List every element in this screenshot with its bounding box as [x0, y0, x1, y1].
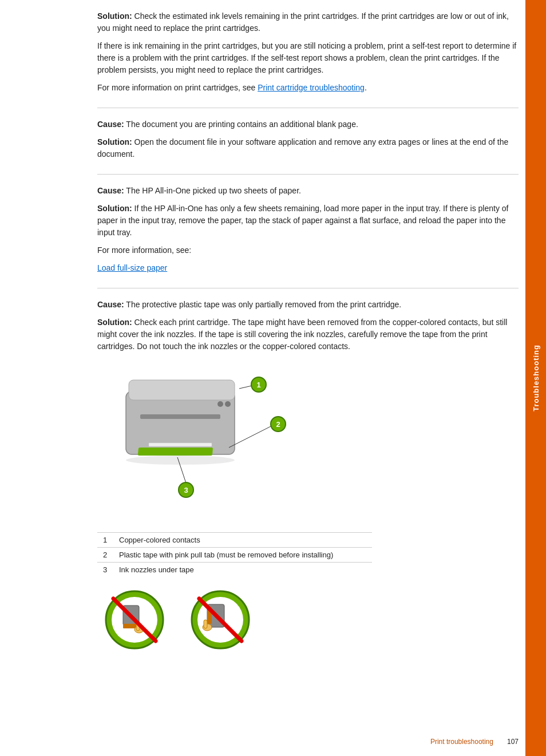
normal-para-1: If there is ink remaining in the print c… [97, 40, 519, 76]
figure-area: 1 2 3 1Copper-colored contacts2 [97, 363, 519, 651]
footer: Print troubleshooting 107 [430, 738, 519, 746]
link-prefix-1: For more information on print cartridges… [97, 83, 258, 92]
svg-text:3: 3 [184, 486, 188, 494]
load-full-size-paper-link[interactable]: Load full-size paper [97, 263, 167, 272]
solution-para-1: Solution: Check the estimated ink levels… [97, 10, 519, 34]
svg-point-3 [217, 401, 223, 407]
footer-link[interactable]: Print troubleshooting [430, 738, 493, 746]
cause-para-3: Cause: The HP All-in-One picked up two s… [97, 185, 519, 197]
solution-text-3: If the HP All-in-One has only a few shee… [97, 204, 509, 237]
legend-row: 3Ink nozzles under tape [97, 563, 372, 577]
solution-text-2: Open the document file in your software … [97, 137, 508, 159]
legend-table: 1Copper-colored contacts2Plastic tape wi… [97, 532, 372, 577]
link-para-1: For more information on print cartridges… [97, 82, 519, 94]
solution-label-1: Solution: [97, 11, 132, 21]
link-suffix-1: . [365, 83, 367, 92]
solution-label-3: Solution: [97, 204, 132, 213]
more-info-text-3: For more information, see: [97, 244, 519, 256]
svg-line-7 [239, 386, 252, 389]
legend-row: 2Plastic tape with pink pull tab (must b… [97, 548, 372, 563]
cause-para-4: Cause: The protective plastic tape was o… [97, 299, 519, 311]
svg-rect-29 [204, 620, 207, 628]
solution-text-1: Check the estimated ink levels remaining… [97, 11, 509, 33]
svg-point-16 [126, 456, 235, 465]
cause-label-3: Cause: [97, 186, 124, 195]
icons-row [103, 588, 252, 651]
solution-text-4: Check each print cartridge. The tape mig… [97, 318, 507, 351]
section-3: Cause: The HP All-in-One picked up two s… [97, 174, 519, 288]
solution-para-2: Solution: Open the document file in your… [97, 136, 519, 160]
solution-label-4: Solution: [97, 318, 132, 327]
svg-rect-1 [129, 380, 235, 400]
sidebar-label-text: Troubleshooting [532, 345, 540, 411]
no-touch-contacts-icon [189, 588, 252, 651]
cause-text-4: The protective plastic tape was only par… [124, 300, 402, 309]
svg-rect-6 [149, 443, 212, 446]
no-touch-nozzles-icon [103, 588, 166, 651]
section-2: Cause: The document you are printing con… [97, 108, 519, 174]
printer-diagram: 1 2 3 [97, 363, 292, 523]
load-paper-link: Load full-size paper [97, 262, 519, 274]
section-1: Solution: Check the estimated ink levels… [97, 10, 519, 108]
cause-para-2: Cause: The document you are printing con… [97, 118, 519, 130]
svg-rect-5 [138, 448, 213, 456]
svg-line-10 [229, 426, 272, 448]
legend-description: Copper-colored contacts [113, 533, 372, 548]
legend-description: Plastic tape with pink pull tab (must be… [113, 548, 372, 563]
legend-description: Ink nozzles under tape [113, 563, 372, 577]
cause-text-3: The HP All-in-One picked up two sheets o… [124, 186, 301, 195]
svg-text:2: 2 [276, 420, 280, 429]
solution-para-4: Solution: Check each print cartridge. Th… [97, 316, 519, 353]
legend-number: 2 [97, 548, 113, 563]
printer-svg: 1 2 3 [97, 363, 292, 523]
sidebar-tab: Troubleshooting [525, 0, 546, 756]
svg-point-4 [225, 401, 231, 407]
page-number: 107 [507, 738, 519, 746]
svg-rect-2 [140, 414, 220, 419]
legend-row: 1Copper-colored contacts [97, 533, 372, 548]
solution-para-3: Solution: If the HP All-in-One has only … [97, 203, 519, 239]
legend-number: 1 [97, 533, 113, 548]
cause-text-2: The document you are printing contains a… [124, 120, 358, 129]
svg-text:1: 1 [256, 381, 260, 389]
cause-label-4: Cause: [97, 300, 124, 309]
print-cartridge-link[interactable]: Print cartridge troubleshooting [258, 83, 365, 92]
solution-label-2: Solution: [97, 137, 132, 147]
legend-number: 3 [97, 563, 113, 577]
section-4: Cause: The protective plastic tape was o… [97, 288, 519, 664]
main-content: Solution: Check the estimated ink levels… [0, 0, 546, 756]
cause-label-2: Cause: [97, 120, 124, 129]
